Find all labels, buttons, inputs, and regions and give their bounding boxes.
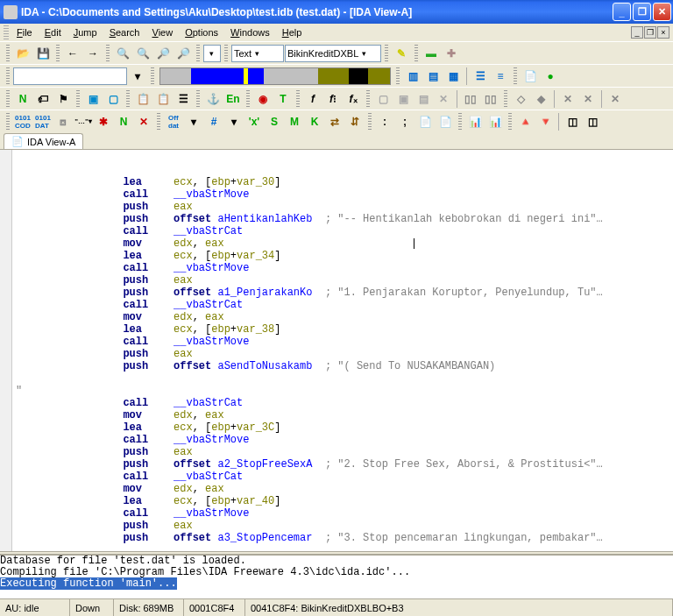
bits-button[interactable]: ⇵ xyxy=(345,112,365,131)
graph-1-button[interactable]: ◫ xyxy=(563,112,582,131)
disassembly-view[interactable]: lea ecx, [ebp+var_30] call __vbaStrMove … xyxy=(0,150,673,551)
search-text-button[interactable]: 🔎 xyxy=(153,44,173,63)
block-2-button[interactable]: ▢ xyxy=(103,89,123,109)
disasm-line[interactable]: mov edx, eax xyxy=(4,311,673,323)
enum-button[interactable]: En xyxy=(223,89,243,109)
save-button[interactable]: 💾 xyxy=(33,44,53,63)
name-button[interactable]: N xyxy=(13,89,32,109)
stkvar-button[interactable]: K xyxy=(305,112,324,131)
disasm-line[interactable]: call __vbaStrMove xyxy=(4,434,673,446)
note-1-button[interactable]: 📄 xyxy=(415,112,435,131)
gray-1-button[interactable]: ▢ xyxy=(373,89,393,109)
menu-windows[interactable]: Windows xyxy=(224,25,276,39)
menu-options[interactable]: Options xyxy=(179,25,224,39)
mdi-close-button[interactable]: × xyxy=(657,26,669,39)
disasm-line[interactable]: push eax xyxy=(4,446,673,458)
open-button[interactable]: 📂 xyxy=(13,44,32,63)
segment-2-button[interactable]: ▯▯ xyxy=(481,89,500,109)
menu-file[interactable]: File xyxy=(11,25,39,39)
disasm-line[interactable]: call __vbaStrMove xyxy=(4,188,673,201)
disasm-line[interactable]: lea ecx, [ebp+var_34] xyxy=(4,250,673,262)
disasm-line[interactable]: push offset a1_PenjarakanKo ; "1. Penjar… xyxy=(4,287,673,299)
menu-edit[interactable]: Edit xyxy=(39,25,67,39)
invert-button[interactable]: ⇄ xyxy=(325,112,344,131)
offset-button[interactable]: Offdat xyxy=(164,112,183,131)
menu-jump[interactable]: Jump xyxy=(67,25,103,39)
array-button[interactable]: ✱ xyxy=(94,112,113,131)
chart-1-button[interactable]: 📊 xyxy=(465,112,485,131)
gray-x-button[interactable]: ✕ xyxy=(434,89,453,109)
add-button[interactable]: ▬ xyxy=(422,44,441,63)
flag-button[interactable]: ⚑ xyxy=(53,89,73,109)
menu-search[interactable]: Search xyxy=(103,25,146,39)
icon-x1-button[interactable]: ✕ xyxy=(558,89,577,109)
chart-2-button[interactable]: 📊 xyxy=(485,112,505,131)
anchor-button[interactable]: ⚓ xyxy=(203,89,223,109)
segment-1-button[interactable]: ▯▯ xyxy=(461,89,480,109)
back-button[interactable]: ← xyxy=(63,44,82,63)
mdi-minimize-button[interactable]: _ xyxy=(631,26,643,39)
breakpoint-button[interactable]: ◉ xyxy=(253,89,273,109)
nav-segment[interactable] xyxy=(318,68,349,84)
function-combo[interactable]: BikinKreditDXBL xyxy=(285,45,381,62)
disasm-line[interactable]: push offset aSendToNusakamb ; "( Send To… xyxy=(4,360,673,397)
history-combo[interactable] xyxy=(203,45,221,62)
disasm-line[interactable]: mov edx, eax xyxy=(4,409,673,421)
enum-m-button[interactable]: M xyxy=(285,112,304,131)
search-prev-button[interactable]: 🔎 xyxy=(174,44,193,63)
icon-x2-button[interactable]: ✕ xyxy=(578,89,598,109)
colon-button[interactable]: : xyxy=(375,112,394,131)
window-4-button[interactable]: ☰ xyxy=(471,67,490,86)
window-1-button[interactable]: ▥ xyxy=(403,67,422,86)
block-1-button[interactable]: ▣ xyxy=(83,89,103,109)
disasm-line[interactable]: push offset a2_StopFreeSexA ; "2. Stop F… xyxy=(4,458,673,471)
disasm-line[interactable]: push eax xyxy=(4,520,673,532)
window-3-button[interactable]: ▦ xyxy=(443,67,463,86)
disasm-line[interactable]: lea ecx, [ebp+var_40] xyxy=(4,495,673,507)
close-button[interactable]: ✕ xyxy=(653,3,671,21)
code-button[interactable]: 0101COD xyxy=(13,112,32,131)
remove-button[interactable]: ✚ xyxy=(442,44,461,63)
disasm-line[interactable]: lea ecx, [ebp+var_30] xyxy=(4,176,673,188)
menu-view[interactable]: View xyxy=(146,25,180,39)
char-button[interactable]: 'x' xyxy=(244,112,264,131)
note-2-button[interactable]: 📄 xyxy=(436,112,455,131)
mdi-restore-button[interactable]: ❐ xyxy=(644,26,656,39)
list-button[interactable]: ☰ xyxy=(174,89,193,109)
func-x-button[interactable]: fₓ xyxy=(344,89,363,109)
disasm-line[interactable]: mov edx, eax xyxy=(4,237,673,250)
output-pane[interactable]: Database for file 'test.dat' is loaded.C… xyxy=(0,555,673,598)
nav-segment[interactable] xyxy=(264,68,318,84)
cancel-button[interactable]: ✕ xyxy=(134,112,153,131)
highlighter-button[interactable]: ✎ xyxy=(392,44,411,63)
disasm-line[interactable]: push eax xyxy=(4,201,673,213)
disasm-line[interactable]: push eax xyxy=(4,274,673,287)
disasm-line[interactable]: call __vbaStrMove xyxy=(4,262,673,274)
number-button[interactable]: # xyxy=(204,112,223,131)
disasm-line[interactable]: push offset aHentikanlahKeb ; "-- Hentik… xyxy=(4,213,673,225)
disasm-line[interactable]: call __vbaStrCat xyxy=(4,299,673,311)
disasm-line[interactable]: mov edx, eax xyxy=(4,483,673,495)
data-button[interactable]: 0101DAT xyxy=(33,112,53,131)
seg-button[interactable]: S xyxy=(265,112,284,131)
tree-2-button[interactable]: 🔻 xyxy=(535,112,555,131)
offset-dd-button[interactable]: ▾ xyxy=(184,112,203,131)
representation-combo[interactable]: Text xyxy=(231,45,284,62)
disasm-line[interactable]: push offset a3_StopPencemar ; "3. Stop p… xyxy=(4,532,673,544)
maximize-button[interactable]: ❐ xyxy=(633,3,651,21)
disasm-line[interactable]: call __vbaStrMove xyxy=(4,336,673,348)
icon-a-button[interactable]: ◇ xyxy=(511,89,530,109)
number-dd-button[interactable]: ▾ xyxy=(224,112,244,131)
func-chart-button[interactable]: f⁝ xyxy=(323,89,343,109)
tab-ida-view-a[interactable]: 📄 IDA View-A xyxy=(4,133,83,149)
minimize-button[interactable]: _ xyxy=(613,3,631,21)
struct-button[interactable]: ⧈ xyxy=(53,112,73,131)
gray-3-button[interactable]: ▤ xyxy=(414,89,433,109)
disasm-line[interactable]: call __vbaStrMove xyxy=(4,507,673,520)
navigation-bar[interactable] xyxy=(159,67,391,85)
type-button[interactable]: T xyxy=(273,89,293,109)
search-next-button[interactable]: 🔍 xyxy=(133,44,152,63)
tag-button[interactable]: 🏷 xyxy=(33,89,53,109)
nav-segment[interactable] xyxy=(191,68,244,84)
graph-2-button[interactable]: ◫ xyxy=(583,112,602,131)
